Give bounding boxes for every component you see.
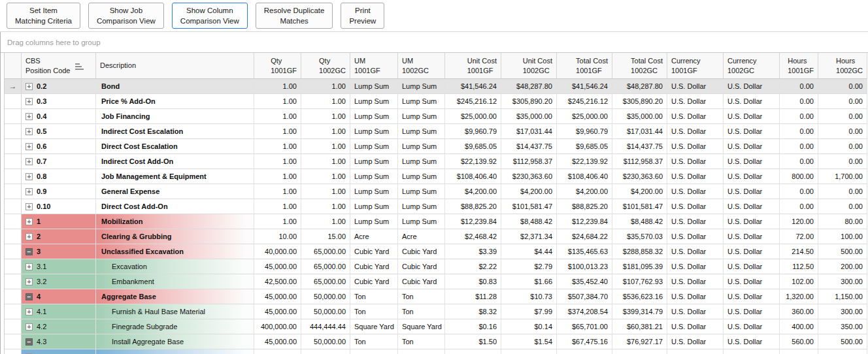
currency-1002gc-cell: U.S. Dollar — [724, 109, 780, 124]
um-1001gf-cell: Lump Sum — [350, 199, 398, 214]
print-preview-button[interactable]: Print Preview — [341, 3, 384, 29]
expand-icon[interactable]: + — [25, 113, 33, 120]
column-header-label: UM 1001GF — [354, 56, 380, 76]
row-indicator — [5, 169, 22, 184]
column-header-currency-1001gf[interactable]: Currency 1001GF — [667, 53, 724, 79]
qty-1001gf-cell: 40,000.00 — [254, 244, 301, 259]
collapse-icon[interactable]: − — [25, 293, 33, 300]
unit-cost-1001gf-cell: $9,685.05 — [445, 139, 501, 154]
qty-1002gc-cell: 1.00 — [301, 79, 350, 94]
total-cost-1002gc-cell: $76,927.17 — [612, 334, 667, 349]
cbs-position-code-cell: +1 — [22, 214, 96, 229]
column-header-hours-1002gc[interactable]: Hours 1002GC — [818, 53, 867, 79]
hours-1002gc-cell: 0.00 — [818, 94, 867, 109]
column-header-description[interactable]: Description — [96, 53, 254, 79]
show-job-comparison-view-button[interactable]: Show Job Comparison View — [88, 3, 164, 29]
table-row[interactable]: +0.10Direct Cost Add-On1.001.00Lump SumL… — [5, 199, 867, 214]
qty-1001gf-cell: 1.00 — [254, 184, 301, 199]
expand-icon[interactable]: + — [25, 278, 33, 285]
qty-1002gc-cell: 1.00 — [301, 154, 350, 169]
table-row[interactable]: +4.3.1Place Aggregate Base45,000.0050,00… — [5, 349, 867, 354]
um-1002gc-cell: Lump Sum — [398, 154, 445, 169]
column-header-total-cost-1002gc[interactable]: Total Cost 1002GC — [612, 53, 667, 79]
table-row[interactable]: +2Clearing & Grubbing10.0015.00AcreAcre$… — [5, 229, 867, 244]
table-row[interactable]: →+0.2Bond1.001.00Lump SumLump Sum$41,546… — [5, 79, 867, 94]
expand-icon[interactable]: + — [25, 158, 33, 165]
table-row[interactable]: −4Aggregate Base45,000.0050,000.00TonTon… — [5, 289, 867, 304]
table-row[interactable]: −4.3Install Aggregate Base45,000.0050,00… — [5, 334, 867, 349]
group-by-panel[interactable]: Drag columns here to group — [1, 32, 868, 53]
expand-icon[interactable]: + — [25, 188, 33, 195]
table-row[interactable]: +4.2Finegrade Subgrade400,000.00444,444.… — [5, 319, 867, 334]
sort-icon[interactable] — [75, 62, 84, 70]
qty-1001gf-cell: 45,000.00 — [254, 334, 301, 349]
um-1002gc-cell: Lump Sum — [398, 94, 445, 109]
column-header-unit-cost-1002gc[interactable]: Unit Cost 1002GC — [501, 53, 557, 79]
row-indicator — [5, 304, 22, 319]
table-row[interactable]: +0.3Price % Add-On1.001.00Lump SumLump S… — [5, 94, 867, 109]
currency-1002gc-cell: U.S. Dollar — [724, 214, 780, 229]
table-row[interactable]: +3.2Embankment42,500.0065,000.00Cubic Ya… — [5, 274, 867, 289]
hours-1002gc-cell: 0.00 — [818, 154, 867, 169]
set-item-matching-criteria-button[interactable]: Set Item Matching Criteria — [7, 3, 80, 29]
column-header-um-1001gf[interactable]: UM 1001GF — [350, 53, 398, 79]
column-header-qty-1002gc[interactable]: Qty 1002GC — [301, 53, 350, 79]
expand-icon[interactable]: + — [25, 203, 33, 210]
currency-1002gc-cell: U.S. Dollar — [724, 274, 780, 289]
position-code: 4.2 — [37, 323, 46, 330]
column-header-total-cost-1001gf[interactable]: Total Cost 1001GF — [557, 53, 612, 79]
table-row[interactable]: +0.9General Expense1.001.00Lump SumLump … — [5, 184, 867, 199]
table-row[interactable]: +3.1Excavation45,000.0065,000.00Cubic Ya… — [5, 259, 867, 274]
resolve-duplicate-matches-button[interactable]: Resolve Duplicate Matches — [256, 3, 333, 29]
table-row[interactable]: +0.6Direct Cost Escalation1.001.00Lump S… — [5, 139, 867, 154]
total-cost-1001gf-cell: $49,995.00 — [557, 349, 612, 354]
expand-icon[interactable]: + — [25, 218, 33, 225]
expand-icon[interactable]: + — [25, 173, 33, 180]
total-cost-1002gc-cell: $60,381.21 — [612, 319, 667, 334]
unit-cost-1002gc-cell: $1.33 — [501, 349, 557, 354]
table-row[interactable]: +1Mobilization1.001.00Lump SumLump Sum$1… — [5, 214, 867, 229]
qty-1002gc-cell: 50,000.00 — [301, 304, 350, 319]
expand-icon[interactable]: + — [25, 128, 33, 135]
expand-icon[interactable]: + — [25, 98, 33, 105]
table-row[interactable]: −3Unclassified Excavation40,000.0065,000… — [5, 244, 867, 259]
expand-icon[interactable]: + — [25, 83, 33, 90]
collapse-icon[interactable]: − — [25, 248, 33, 255]
column-header-hours-1001gf[interactable]: Hours 1001GF — [780, 53, 818, 79]
position-code: 4.3 — [37, 338, 46, 346]
description-cell: Mobilization — [96, 214, 254, 229]
hours-1002gc-cell: 1,150.00 — [818, 289, 867, 304]
position-code: 0.4 — [37, 112, 46, 120]
expand-icon[interactable]: + — [25, 263, 33, 270]
total-cost-1001gf-cell: $12,239.84 — [557, 214, 612, 229]
show-column-comparison-view-button[interactable]: Show Column Comparison View — [172, 3, 248, 29]
position-code: 0.10 — [37, 202, 50, 210]
column-header-currency-1002gc[interactable]: Currency 1002GC — [724, 53, 780, 79]
expand-icon[interactable]: + — [25, 233, 33, 240]
unit-cost-1002gc-cell: $10.73 — [501, 289, 557, 304]
column-header-um-1002gc[interactable]: UM 1002GC — [398, 53, 445, 79]
qty-1002gc-cell: 444,444.44 — [301, 319, 350, 334]
expand-icon[interactable]: + — [25, 143, 33, 150]
currency-1002gc-cell: U.S. Dollar — [724, 124, 780, 139]
qty-1001gf-cell: 1.00 — [254, 214, 301, 229]
hours-1001gf-cell: 560.00 — [780, 334, 818, 349]
column-header-unit-cost-1001gf[interactable]: Unit Cost 1001GF — [445, 53, 501, 79]
table-row[interactable]: +0.7Indirect Cost Add-On1.001.00Lump Sum… — [5, 154, 867, 169]
hours-1001gf-cell: 120.00 — [780, 214, 818, 229]
collapse-icon[interactable]: − — [25, 338, 33, 346]
total-cost-1001gf-cell: $135,465.63 — [557, 244, 612, 259]
expand-icon[interactable]: + — [25, 308, 33, 315]
table-row[interactable]: +4.1Furnish & Haul Base Material45,000.0… — [5, 304, 867, 319]
hours-1001gf-cell: 540.00 — [780, 349, 818, 354]
column-header-cbs-position-code[interactable]: CBS Position Code — [22, 53, 96, 79]
table-row[interactable]: +0.4Job Financing1.001.00Lump SumLump Su… — [5, 109, 867, 124]
table-row[interactable]: +0.8Job Management & Equipment1.001.00Lu… — [5, 169, 867, 184]
um-1001gf-cell: Cubic Yard — [350, 274, 398, 289]
table-row[interactable]: +0.5Indirect Cost Escalation1.001.00Lump… — [5, 124, 867, 139]
column-header-qty-1001gf[interactable]: Qty 1001GF — [254, 53, 301, 79]
row-indicator — [5, 244, 22, 259]
cbs-position-code-cell: +0.5 — [22, 124, 96, 139]
um-1002gc-cell: Cubic Yard — [398, 274, 445, 289]
expand-icon[interactable]: + — [25, 323, 33, 330]
